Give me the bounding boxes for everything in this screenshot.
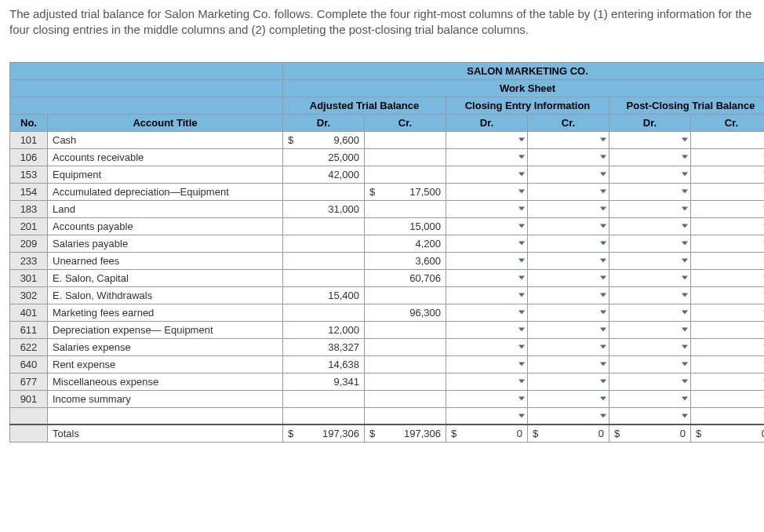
closing-dr-input[interactable] (446, 148, 528, 166)
totals-row: Totals$197,306$197,306$0$0$0$0 (10, 425, 765, 443)
table-row: 101Cash$9,600 (10, 131, 765, 148)
col-close-cr: Cr. (528, 114, 609, 131)
totals-post-dr: $0 (609, 425, 691, 443)
post-cr-input[interactable] (691, 286, 765, 304)
post-dr-input[interactable] (609, 131, 691, 148)
post-cr-input[interactable] (691, 200, 765, 217)
post-cr-input[interactable] (691, 183, 765, 200)
closing-dr-input[interactable] (446, 390, 528, 407)
closing-dr-input[interactable] (446, 269, 528, 286)
closing-cr-input[interactable] (528, 269, 609, 286)
post-dr-input[interactable] (609, 338, 691, 355)
post-cr-input[interactable] (691, 390, 765, 407)
closing-dr-input[interactable] (446, 304, 528, 321)
post-cr-input[interactable] (691, 166, 765, 183)
closing-cr-input[interactable] (528, 407, 609, 425)
post-dr-input[interactable] (609, 304, 691, 321)
adjusted-dr (283, 407, 365, 425)
closing-dr-input[interactable] (446, 407, 528, 425)
adjusted-cr: 60,706 (365, 269, 446, 286)
post-cr-input[interactable] (691, 252, 765, 269)
closing-cr-input[interactable] (528, 148, 609, 166)
closing-cr-input[interactable] (528, 338, 609, 355)
header-blank-left (10, 62, 283, 79)
post-cr-input[interactable] (691, 235, 765, 252)
post-dr-input[interactable] (609, 390, 691, 407)
post-cr-input[interactable] (691, 355, 765, 373)
closing-cr-input[interactable] (528, 252, 609, 269)
table-row: 901Income summary (10, 390, 765, 407)
post-dr-input[interactable] (609, 269, 691, 286)
table-row: 201Accounts payable15,000 (10, 217, 765, 235)
col-post-cr: Cr. (691, 114, 765, 131)
account-title: Accumulated depreciation—Equipment (48, 183, 283, 200)
account-no: 209 (10, 235, 48, 252)
account-title: Unearned fees (48, 252, 283, 269)
totals-closing-dr: $0 (446, 425, 528, 443)
adjusted-dr: 31,000 (283, 200, 365, 217)
post-cr-input[interactable] (691, 338, 765, 355)
adjusted-dr: 38,327 (283, 338, 365, 355)
post-cr-input[interactable] (691, 217, 765, 235)
closing-cr-input[interactable] (528, 286, 609, 304)
closing-dr-input[interactable] (446, 355, 528, 373)
post-dr-input[interactable] (609, 200, 691, 217)
post-cr-input[interactable] (691, 269, 765, 286)
post-cr-input[interactable] (691, 148, 765, 166)
account-title: Cash (48, 131, 283, 148)
closing-dr-input[interactable] (446, 286, 528, 304)
account-title: Accounts receivable (48, 148, 283, 166)
adjusted-dr: $9,600 (283, 131, 365, 148)
post-dr-input[interactable] (609, 286, 691, 304)
post-cr-input[interactable] (691, 321, 765, 338)
adjusted-dr: 25,000 (283, 148, 365, 166)
post-dr-input[interactable] (609, 252, 691, 269)
closing-cr-input[interactable] (528, 390, 609, 407)
post-dr-input[interactable] (609, 166, 691, 183)
post-dr-input[interactable] (609, 148, 691, 166)
closing-cr-input[interactable] (528, 235, 609, 252)
blank-no (10, 407, 48, 425)
closing-dr-input[interactable] (446, 183, 528, 200)
adjusted-dr (283, 183, 365, 200)
closing-cr-input[interactable] (528, 166, 609, 183)
closing-dr-input[interactable] (446, 252, 528, 269)
adjusted-cr: 3,600 (365, 252, 446, 269)
adjusted-dr (283, 269, 365, 286)
closing-dr-input[interactable] (446, 217, 528, 235)
post-dr-input[interactable] (609, 321, 691, 338)
post-cr-input[interactable] (691, 373, 765, 390)
post-cr-input[interactable] (691, 407, 765, 425)
closing-dr-input[interactable] (446, 338, 528, 355)
adjusted-dr (283, 252, 365, 269)
closing-dr-input[interactable] (446, 321, 528, 338)
adjusted-cr (365, 338, 446, 355)
closing-cr-input[interactable] (528, 217, 609, 235)
adjusted-dr: 9,341 (283, 373, 365, 390)
closing-cr-input[interactable] (528, 304, 609, 321)
table-row: 233Unearned fees3,600 (10, 252, 765, 269)
post-dr-input[interactable] (609, 183, 691, 200)
closing-cr-input[interactable] (528, 183, 609, 200)
closing-cr-input[interactable] (528, 200, 609, 217)
closing-dr-input[interactable] (446, 235, 528, 252)
closing-dr-input[interactable] (446, 131, 528, 148)
adjusted-cr (365, 286, 446, 304)
post-dr-input[interactable] (609, 355, 691, 373)
closing-dr-input[interactable] (446, 166, 528, 183)
post-cr-input[interactable] (691, 131, 765, 148)
adjusted-dr: 15,400 (283, 286, 365, 304)
closing-dr-input[interactable] (446, 373, 528, 390)
closing-cr-input[interactable] (528, 373, 609, 390)
closing-cr-input[interactable] (528, 131, 609, 148)
closing-cr-input[interactable] (528, 355, 609, 373)
closing-dr-input[interactable] (446, 200, 528, 217)
post-dr-input[interactable] (609, 217, 691, 235)
post-cr-input[interactable] (691, 304, 765, 321)
account-no: 106 (10, 148, 48, 166)
table-row: 154Accumulated depreciation—Equipment$17… (10, 183, 765, 200)
post-dr-input[interactable] (609, 235, 691, 252)
post-dr-input[interactable] (609, 373, 691, 390)
closing-cr-input[interactable] (528, 321, 609, 338)
post-dr-input[interactable] (609, 407, 691, 425)
